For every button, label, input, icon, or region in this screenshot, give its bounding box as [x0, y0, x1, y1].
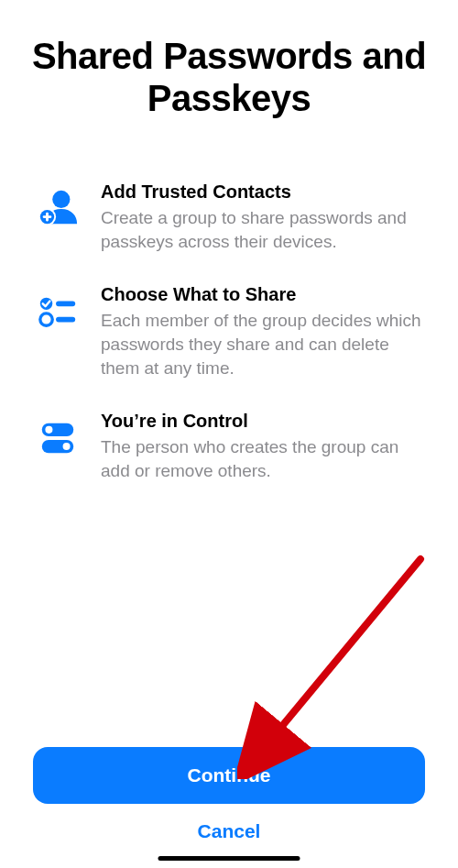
svg-rect-8 — [56, 317, 75, 323]
svg-rect-6 — [56, 302, 75, 307]
list-check-icon — [37, 290, 79, 332]
svg-point-0 — [52, 191, 70, 208]
feature-title: You’re in Control — [101, 411, 421, 432]
person-add-icon — [37, 187, 79, 229]
cancel-button[interactable]: Cancel — [33, 804, 425, 850]
page-title: Shared Passwords and Passkeys — [27, 35, 431, 119]
svg-point-12 — [63, 443, 71, 450]
feature-choose-share: Choose What to Share Each member of the … — [37, 284, 421, 379]
features-list: Add Trusted Contacts Create a group to s… — [27, 181, 431, 482]
continue-button[interactable]: Continue — [33, 747, 425, 804]
feature-desc: Create a group to share passwords and pa… — [101, 206, 421, 253]
feature-desc: The person who creates the group can add… — [101, 435, 421, 482]
svg-rect-4 — [43, 215, 52, 218]
home-indicator — [158, 856, 300, 861]
feature-in-control: You’re in Control The person who creates… — [37, 411, 421, 482]
feature-title: Add Trusted Contacts — [101, 181, 421, 203]
toggles-icon — [37, 416, 79, 458]
feature-title: Choose What to Share — [101, 284, 421, 305]
svg-point-10 — [45, 426, 52, 434]
feature-desc: Each member of the group decides which p… — [101, 309, 421, 379]
svg-point-7 — [40, 313, 52, 325]
feature-add-contacts: Add Trusted Contacts Create a group to s… — [37, 181, 421, 253]
